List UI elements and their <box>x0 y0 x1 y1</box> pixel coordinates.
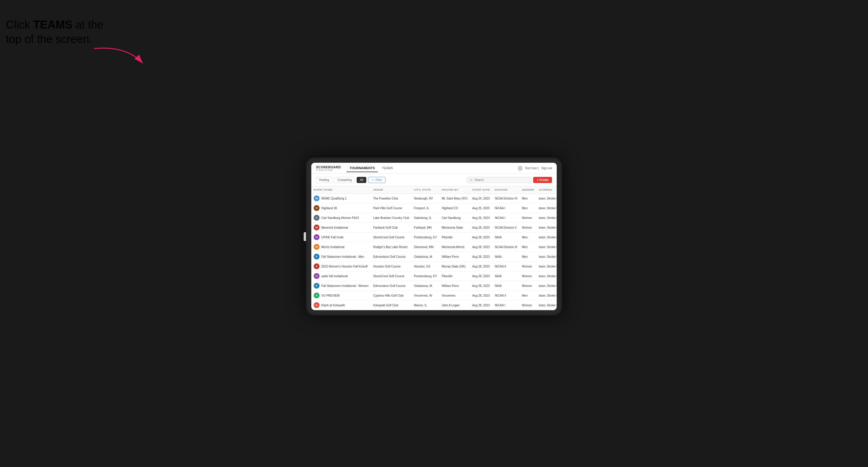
cell-division: NCAA Division III <box>493 194 520 203</box>
cell-hosted-by: Minnesota State <box>439 223 470 232</box>
cell-hosted-by: William Penn <box>439 281 470 291</box>
settings-icon[interactable] <box>518 166 523 171</box>
cell-hosted-by: Minnesota-Morris <box>439 242 470 252</box>
tablet-screen: SCOREBOARD Powered by clippit TOURNAMENT… <box>311 163 557 310</box>
cell-event-name: H Highland 36 <box>311 203 371 213</box>
cell-hosted-by: Mt. Saint Mary (NY) <box>439 194 470 203</box>
cell-event-name: M MSMC Qualifying 1 <box>311 194 371 203</box>
cell-gender: Women <box>520 301 537 310</box>
table-row: F Fall Statesmen Invitational - Women Ed… <box>311 281 557 291</box>
cell-division: NCAA Division III <box>493 242 520 252</box>
cell-division: NICAA I <box>493 213 520 223</box>
event-name-text: MSMC Qualifying 1 <box>321 197 347 200</box>
cell-city-state: Hesston, KS <box>412 261 439 271</box>
sign-out-link[interactable]: Sign out <box>541 166 552 170</box>
cell-event-name: F Fall Statesmen Invitational - Men <box>311 252 371 261</box>
cell-scoring: team, Stroke Play <box>536 232 557 242</box>
arrow-indicator <box>91 45 150 70</box>
cell-gender: Men <box>520 242 537 252</box>
col-start-date: START DATE <box>470 186 493 194</box>
create-button[interactable]: + Create <box>533 177 552 183</box>
cell-gender: Men <box>520 252 537 261</box>
table-row: H Highland 36 Park Hills Golf Course Fre… <box>311 203 557 213</box>
col-gender: GENDER <box>520 186 537 194</box>
event-name-text: 2023 Women's Hesston Fall Kickoff <box>321 265 368 268</box>
cell-gender: Men <box>520 291 537 301</box>
event-name-text: Carl Sandburg Women FA23 <box>321 216 359 220</box>
table-body: M MSMC Qualifying 1 The Powelton Club Ne… <box>311 194 557 310</box>
table-row: M Maverick Invitational Faribault Golf C… <box>311 223 557 232</box>
event-name-text: Highland 36 <box>321 207 337 210</box>
cell-venue: Ruttger's Bay Lake Resort <box>371 242 411 252</box>
cell-city-state: Prestonsburg, KY <box>412 271 439 281</box>
cell-gender: Women <box>520 213 537 223</box>
cell-venue: Edmundson Golf Course <box>371 252 411 261</box>
cell-start-date: Aug 26, 2023 <box>470 213 493 223</box>
event-name-text: upike fall invitational <box>321 275 348 278</box>
event-logo: H <box>314 205 319 211</box>
tablet-frame: SCOREBOARD Powered by clippit TOURNAMENT… <box>306 157 562 315</box>
cell-venue: Cypress Hills Golf Club <box>371 291 411 301</box>
event-logo: F <box>314 283 319 289</box>
table-row: M Morris Invitational Ruttger's Bay Lake… <box>311 242 557 252</box>
cell-scoring: team, Stroke Play <box>536 261 557 271</box>
cell-start-date: Aug 28, 2023 <box>470 301 493 310</box>
annotation-text: Click TEAMS at thetop of the screen. <box>6 18 103 47</box>
cell-event-name: K Klash at Kokopelli <box>311 301 371 310</box>
cell-division: NICAA II <box>493 291 520 301</box>
cell-scoring: team, Stroke Play <box>536 301 557 310</box>
cell-division: NAIA <box>493 232 520 242</box>
top-navigation: SCOREBOARD Powered by clippit TOURNAMENT… <box>311 163 557 174</box>
col-event-name: EVENT NAME <box>311 186 371 194</box>
cell-gender: Women <box>520 281 537 291</box>
cell-venue: StoneCrest Golf Course <box>371 232 411 242</box>
event-name-text: VU PREVIEW <box>321 294 340 297</box>
search-input[interactable] <box>474 178 528 182</box>
all-filter-button[interactable]: All <box>356 177 366 183</box>
cell-venue: Park Hills Golf Course <box>371 203 411 213</box>
table-header: EVENT NAME VENUE CITY, STATE HOSTED BY S… <box>311 186 557 194</box>
col-venue: VENUE <box>371 186 411 194</box>
event-name-text: Morris Invitational <box>321 245 344 249</box>
cell-city-state: Freeport, IL <box>412 203 439 213</box>
col-hosted-by: HOSTED BY <box>439 186 470 194</box>
cell-scoring: team, Stroke Play <box>536 203 557 213</box>
event-logo: M <box>314 224 319 230</box>
cell-hosted-by: Carl Sandburg <box>439 213 470 223</box>
nav-right-section: Test User | Sign out <box>518 166 552 171</box>
user-name: Test User | <box>525 166 539 170</box>
hosting-filter-button[interactable]: Hosting <box>316 177 333 183</box>
event-name-text: Maverick Invitational <box>321 226 348 229</box>
cell-venue: Lake Bracken Country Club <box>371 213 411 223</box>
svg-line-6 <box>472 180 472 181</box>
cell-gender: Men <box>520 194 537 203</box>
cell-division: NAIA <box>493 281 520 291</box>
tournaments-table-container: EVENT NAME VENUE CITY, STATE HOSTED BY S… <box>311 186 557 310</box>
cell-gender: Women <box>520 223 537 232</box>
cell-start-date: Aug 28, 2023 <box>470 232 493 242</box>
competing-filter-button[interactable]: Competing <box>334 177 355 183</box>
svg-point-1 <box>520 168 521 169</box>
logo-sub-text: Powered by clippit <box>316 169 341 171</box>
filter-button[interactable]: Filter <box>368 177 385 183</box>
cell-city-state: Newburgh, NY <box>412 194 439 203</box>
cell-start-date: Aug 28, 2023 <box>470 223 493 232</box>
cell-event-name: M Morris Invitational <box>311 242 371 252</box>
event-logo: U <box>314 273 319 279</box>
filter-icon <box>371 179 374 182</box>
cell-hosted-by: Highland CC <box>439 203 470 213</box>
event-name-text: Fall Statesmen Invitational - Men <box>321 255 364 258</box>
tournaments-table: EVENT NAME VENUE CITY, STATE HOSTED BY S… <box>311 186 557 310</box>
nav-tournaments[interactable]: TOURNAMENTS <box>347 164 377 172</box>
nav-teams[interactable]: TEAMS <box>379 164 396 172</box>
cell-venue: Kokopelli Golf Club <box>371 301 411 310</box>
event-logo: M <box>314 195 319 201</box>
table-row: U upike fall invitational StoneCrest Gol… <box>311 271 557 281</box>
cell-scoring: team, Stroke Play <box>536 194 557 203</box>
filter-bar: Hosting Competing All Filter + Create <box>311 174 557 186</box>
table-row: K Klash at Kokopelli Kokopelli Golf Club… <box>311 301 557 310</box>
svg-point-5 <box>470 179 472 181</box>
cell-venue: The Powelton Club <box>371 194 411 203</box>
col-division: DIVISION <box>493 186 520 194</box>
table-row: U UPIKE Fall Invite StoneCrest Golf Cour… <box>311 232 557 242</box>
